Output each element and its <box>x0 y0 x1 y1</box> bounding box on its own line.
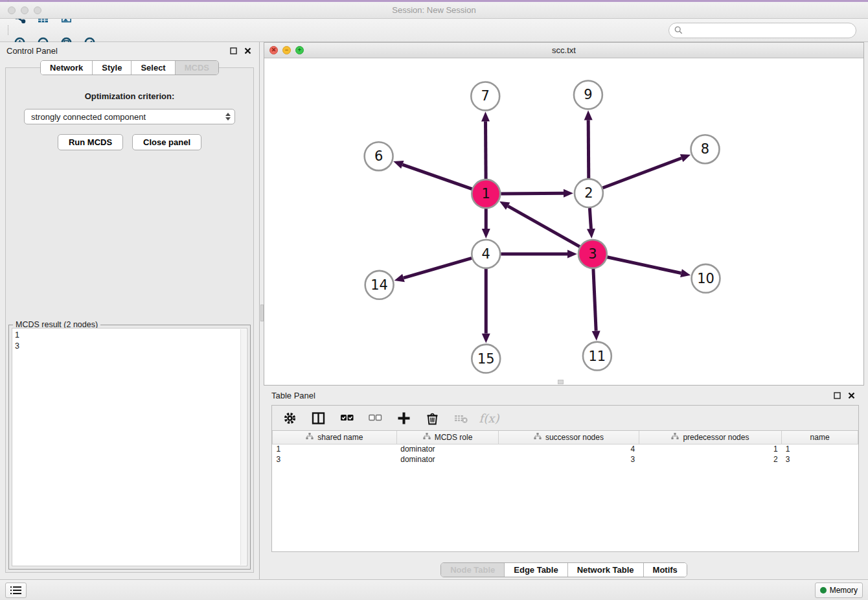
tab-style[interactable]: Style <box>93 61 131 75</box>
network-graph[interactable]: 7968124314101511 <box>264 58 863 385</box>
search-box[interactable] <box>668 23 856 38</box>
edge-4-14[interactable] <box>404 258 472 278</box>
mcds-result-list[interactable]: 13 <box>12 328 247 566</box>
edge-1-2[interactable] <box>501 193 564 194</box>
application-window: Session: New Session Control Panel Netwo… <box>0 0 868 600</box>
table-cell[interactable]: 2 <box>639 454 782 465</box>
criterion-dropdown[interactable]: strongly connected component <box>24 109 235 124</box>
table-cell[interactable]: 3 <box>782 454 858 465</box>
tab-network[interactable]: Network <box>41 61 93 75</box>
edge-2-9[interactable] <box>588 120 589 178</box>
close-panel-icon[interactable] <box>242 45 253 56</box>
node-label: 8 <box>701 141 709 157</box>
task-list-icon <box>10 586 21 595</box>
main-toolbar <box>0 19 868 42</box>
network-window-controls: ✕ − + <box>269 46 304 54</box>
column-header-shared-name[interactable]: shared name <box>273 431 397 444</box>
table-cell[interactable]: 3 <box>273 454 397 465</box>
edge-3-1[interactable] <box>508 206 580 246</box>
column-header-name[interactable]: name <box>782 431 858 444</box>
search-input[interactable] <box>686 26 851 35</box>
mcds-panel: Optimization criterion: strongly connect… <box>5 67 254 573</box>
column-header-predecessor-nodes[interactable]: predecessor nodes <box>639 431 782 444</box>
tab-mcds[interactable]: MCDS <box>176 61 218 75</box>
table-cell[interactable]: dominator <box>396 454 499 465</box>
control-panel-title: Control Panel <box>6 46 58 56</box>
minimize-window-icon[interactable] <box>21 6 29 14</box>
network-window-titlebar: ✕ − + scc.txt <box>264 43 863 58</box>
table-cell[interactable]: 1 <box>273 444 397 454</box>
close-panel-button[interactable]: Close panel <box>132 134 201 150</box>
column-label: successor nodes <box>545 433 604 442</box>
node-label: 15 <box>477 351 495 367</box>
search-icon <box>674 26 683 34</box>
column-type-icon <box>671 433 679 442</box>
run-mcds-button[interactable]: Run MCDS <box>58 134 123 150</box>
edge-3-10[interactable] <box>607 257 681 273</box>
tab-node-table[interactable]: Node Table <box>441 563 505 577</box>
maximize-window-icon[interactable] <box>34 6 41 14</box>
split-columns-button[interactable] <box>310 410 326 426</box>
table-cell[interactable]: 4 <box>499 444 639 454</box>
table-panel-header: Table Panel <box>264 387 864 404</box>
edge-arrowhead <box>592 330 600 340</box>
close-view-icon[interactable]: ✕ <box>269 46 278 54</box>
network-view-window: ✕ − + scc.txt 7968124314101511 <box>264 42 864 386</box>
edge-arrowhead <box>394 274 405 282</box>
column-header-successor-nodes[interactable]: successor nodes <box>499 431 639 444</box>
network-title: scc.txt <box>264 45 863 55</box>
table-row[interactable]: 1dominator411 <box>273 444 858 454</box>
optimization-criterion-label: Optimization criterion: <box>6 91 253 101</box>
clear-all-checks-button[interactable] <box>367 410 383 426</box>
canvas-scrollbar-thumb[interactable] <box>558 380 564 384</box>
zoom-view-icon[interactable]: + <box>295 46 304 54</box>
function-builder-button: f(x) <box>481 410 497 426</box>
split-columns-icon <box>312 411 325 425</box>
edge-3-11[interactable] <box>593 269 596 331</box>
close-window-icon[interactable] <box>8 6 16 14</box>
task-history-button[interactable] <box>5 583 27 598</box>
edge-arrowhead <box>393 161 404 168</box>
toolbar-separator <box>8 25 8 35</box>
minimize-view-icon[interactable]: − <box>282 46 291 54</box>
delete-column-button[interactable] <box>424 410 440 426</box>
add-column-button[interactable] <box>395 410 412 426</box>
splitter-grip[interactable] <box>260 305 264 321</box>
table-cell[interactable]: 1 <box>639 444 782 454</box>
table-cell[interactable]: 1 <box>782 444 858 454</box>
table-row[interactable]: 3dominator323 <box>273 454 858 465</box>
tab-select[interactable]: Select <box>131 61 175 75</box>
close-table-panel-icon[interactable] <box>846 390 856 400</box>
settings-gear-button[interactable] <box>281 410 298 426</box>
select-all-checks-icon <box>340 411 354 425</box>
settings-gear-icon <box>283 411 297 425</box>
clear-all-checks-icon <box>369 411 382 425</box>
tab-network-table[interactable]: Network Table <box>568 563 644 577</box>
table-cell[interactable]: 3 <box>499 454 639 465</box>
result-scrollbar[interactable] <box>240 329 246 565</box>
mcds-result-group: MCDS result (2 nodes) 13 <box>8 325 251 570</box>
node-table: shared nameMCDS rolesuccessor nodesprede… <box>272 430 858 551</box>
table-cell[interactable]: dominator <box>396 444 499 454</box>
column-label: name <box>810 433 830 442</box>
edge-2-8[interactable] <box>602 158 681 188</box>
column-label: MCDS role <box>435 433 473 442</box>
edge-2-3[interactable] <box>589 208 591 229</box>
memory-button[interactable]: Memory <box>815 583 863 598</box>
float-table-panel-icon[interactable] <box>832 390 842 400</box>
tab-motifs[interactable]: Motifs <box>644 563 687 577</box>
column-type-icon <box>534 433 542 442</box>
edge-1-7[interactable] <box>486 121 486 179</box>
network-canvas[interactable]: 7968124314101511 <box>264 58 863 385</box>
edge-arrowhead <box>482 334 490 343</box>
edge-1-6[interactable] <box>402 165 472 189</box>
status-bar: Memory <box>0 579 868 600</box>
float-panel-icon[interactable] <box>228 45 238 56</box>
table-panel: Table Panel f(x) shared nameMCDS rolesuc… <box>264 387 864 579</box>
function-builder-icon: f(x) <box>479 411 499 425</box>
select-all-checks-button[interactable] <box>338 410 355 426</box>
data-table[interactable]: shared nameMCDS rolesuccessor nodesprede… <box>272 431 858 465</box>
panel-splitter[interactable] <box>259 42 264 579</box>
column-header-MCDS-role[interactable]: MCDS role <box>396 431 499 444</box>
tab-edge-table[interactable]: Edge Table <box>505 563 567 577</box>
